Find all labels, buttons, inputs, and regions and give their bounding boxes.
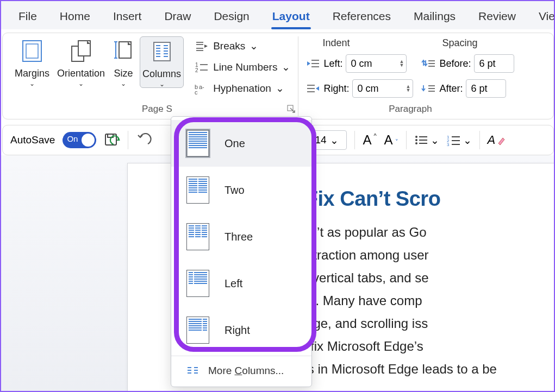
numbering-icon: 123 [447, 134, 461, 146]
size-button[interactable]: Size ⌄ [110, 36, 136, 87]
separator [354, 131, 355, 149]
chevron-down-icon: ⌄ [463, 134, 472, 147]
indent-heading: Indent [322, 37, 350, 49]
chevron-down-icon: ⌄ [282, 61, 290, 73]
size-icon [113, 39, 134, 64]
indent-right-input[interactable]: 0 cm▲▼ [352, 79, 413, 98]
page-setup-launcher-icon[interactable] [287, 105, 296, 113]
svg-text:3: 3 [447, 142, 450, 146]
columns-more-label: More Columns... [208, 365, 284, 377]
toggle-knob-icon [82, 134, 95, 147]
columns-option-label: Two [225, 184, 245, 197]
svg-text:c: c [195, 89, 198, 94]
numbering-button[interactable]: 123⌄ [447, 134, 472, 147]
decrease-font-button[interactable]: Aˬ [384, 132, 398, 148]
hyphenation-button[interactable]: ba-c Hyphenation ⌄ [191, 80, 294, 97]
tab-review[interactable]: Review [477, 8, 517, 28]
columns-one-icon [186, 130, 209, 157]
chevron-down-icon: ⌄ [431, 134, 439, 147]
bullets-icon [414, 134, 428, 146]
columns-left-icon [186, 270, 209, 297]
spacing-before-value: 6 pt [479, 58, 495, 69]
spinner-icon[interactable]: ▲▼ [406, 85, 411, 92]
increase-font-button[interactable]: A^ [363, 132, 376, 148]
autosave-state: On [67, 134, 78, 143]
autosave-toggle[interactable]: On [63, 132, 96, 148]
indent-left-label: Left: [323, 58, 342, 69]
line-numbers-button[interactable]: 12 Line Numbers ⌄ [191, 59, 294, 75]
orientation-label: Orientation [57, 68, 105, 79]
spacing-before-input[interactable]: 6 pt [474, 54, 514, 73]
columns-option-two[interactable]: Two [171, 167, 311, 213]
spacing-heading: Spacing [442, 37, 477, 49]
tab-insert[interactable]: Insert [112, 8, 143, 28]
tab-layout[interactable]: Layout [271, 8, 311, 28]
breaks-icon [195, 40, 209, 52]
chevron-down-icon: ⌄ [29, 81, 35, 86]
chevron-down-icon: ⌄ [121, 81, 126, 86]
columns-two-icon [186, 176, 209, 204]
margins-button[interactable]: Margins ⌄ [13, 36, 52, 87]
svg-point-46 [415, 139, 417, 141]
indent-left-value: 0 cm [351, 58, 372, 69]
tab-mailings[interactable]: Mailings [413, 8, 457, 28]
undo-icon[interactable] [136, 133, 152, 147]
margins-icon [20, 39, 45, 64]
ribbon: Margins ⌄ Orientation ⌄ Size ⌄ Columns ⌄ [2, 33, 554, 119]
tab-home[interactable]: Home [59, 8, 91, 28]
page-setup-caption: Page S [6, 104, 298, 115]
tab-draw[interactable]: Draw [163, 8, 192, 28]
columns-option-label: Left [225, 277, 242, 290]
breaks-button[interactable]: Breaks ⌄ [191, 37, 294, 54]
columns-more-option[interactable]: More Columns... [171, 356, 311, 387]
clear-formatting-button[interactable]: A [488, 133, 506, 147]
spacing-before-label: Before: [439, 58, 471, 69]
spacing-before-icon [421, 58, 436, 69]
svg-text:a-: a- [199, 84, 204, 90]
columns-right-icon [186, 317, 209, 344]
orientation-button[interactable]: Orientation ⌄ [55, 36, 107, 87]
group-page-setup: Margins ⌄ Orientation ⌄ Size ⌄ Columns ⌄ [6, 36, 298, 117]
columns-option-label: Right [225, 324, 250, 337]
more-columns-icon [186, 366, 199, 376]
columns-three-icon [186, 223, 209, 250]
orientation-icon [68, 39, 93, 64]
tab-design[interactable]: Design [213, 8, 250, 28]
columns-option-right[interactable]: Right [171, 307, 311, 353]
svg-rect-1 [26, 44, 38, 58]
spacing-after-icon [421, 83, 436, 94]
columns-option-label: Three [225, 231, 253, 243]
columns-option-left[interactable]: Left [171, 260, 311, 307]
indent-right-icon [306, 83, 320, 94]
columns-option-one[interactable]: One [171, 120, 311, 167]
breaks-label: Breaks [213, 40, 245, 52]
tab-references[interactable]: References [332, 8, 392, 28]
indent-left-icon [306, 58, 320, 69]
hyphenation-icon: ba-c [195, 83, 209, 94]
chevron-down-icon: ⌄ [330, 134, 339, 147]
tab-file[interactable]: File [17, 8, 38, 28]
spinner-icon[interactable]: ▲▼ [400, 60, 404, 67]
font-size-dropdown[interactable]: 14 ⌄ [309, 130, 347, 150]
separator [479, 131, 480, 149]
chevron-down-icon: ⌄ [276, 82, 284, 94]
columns-option-three[interactable]: Three [171, 213, 311, 260]
line-numbers-icon: 12 [195, 61, 209, 73]
columns-icon [149, 39, 174, 64]
line-numbers-label: Line Numbers [213, 61, 277, 73]
columns-label: Columns [142, 68, 181, 80]
save-icon[interactable] [104, 132, 120, 148]
paragraph-caption: Paragraph [298, 104, 522, 115]
bullets-button[interactable]: ⌄ [414, 134, 439, 147]
columns-button[interactable]: Columns ⌄ [140, 36, 184, 88]
chevron-down-icon: ⌄ [250, 40, 258, 52]
hyphenation-label: Hyphenation [213, 83, 271, 94]
spacing-after-value: 6 pt [471, 83, 487, 94]
indent-right-value: 0 cm [357, 83, 378, 94]
eraser-icon [497, 135, 505, 146]
tab-view[interactable]: View [538, 8, 555, 28]
spacing-after-input[interactable]: 6 pt [466, 79, 506, 98]
indent-left-input[interactable]: 0 cm▲▼ [346, 54, 407, 73]
chevron-down-icon: ⌄ [78, 81, 84, 86]
group-paragraph: Indent Spacing Left: 0 cm▲▼ Right: 0 cm▲… [298, 36, 522, 117]
